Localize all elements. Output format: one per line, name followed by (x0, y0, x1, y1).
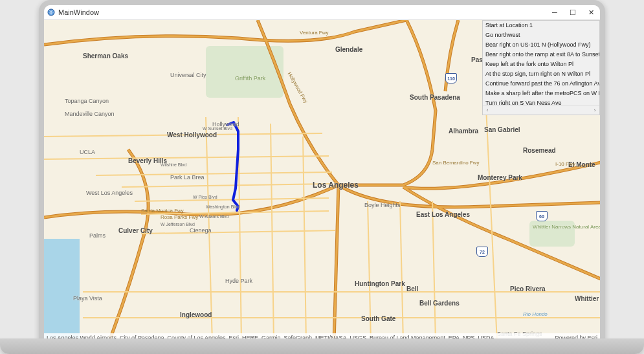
label-wilshire: Wilshire Blvd (161, 162, 186, 167)
label-monterey-park: Monterey Park (478, 174, 522, 181)
label-mandeville: Mandeville Canyon (65, 111, 115, 117)
direction-step[interactable]: Keep left at the fork onto Wilton Pl (483, 60, 599, 69)
label-ventura-fwy: Ventura Fwy (300, 30, 328, 36)
direction-step[interactable]: Continue forward past the 76 on Arlingto… (483, 79, 599, 89)
app-icon (47, 8, 56, 17)
label-east-la: East Los Angeles (416, 211, 470, 218)
label-south-pasadena: South Pasadena (410, 94, 460, 101)
label-bell: Bell (406, 285, 418, 293)
label-sherman-oaks: Sherman Oaks (83, 52, 128, 60)
label-sanbernardino-fwy: San Bernardino Fwy (432, 160, 479, 166)
label-riohondo: Rio Hondo (523, 311, 548, 317)
directions-list[interactable]: Start at Location 1 Go northwest Bear ri… (483, 21, 599, 105)
direction-step[interactable]: Start at Location 1 (483, 21, 599, 30)
maximize-button[interactable]: ☐ (564, 5, 582, 19)
label-pico-rivera: Pico Rivera (510, 285, 545, 293)
scrollbar-track[interactable] (492, 105, 590, 115)
shield-72: 72 (476, 247, 488, 257)
label-pico: W Pico Blvd (193, 195, 217, 199)
directions-panel: Start at Location 1 Go northwest Bear ri… (482, 20, 600, 115)
window-chrome: MainWindow ─ ☐ ✕ (44, 5, 600, 342)
label-cienega: Cienega (190, 227, 212, 234)
label-rosaparks-fwy: Rosa Parks Fwy (161, 214, 198, 220)
direction-step[interactable]: Make a sharp left after the metroPCS on … (483, 89, 599, 98)
laptop-frame: MainWindow ─ ☐ ✕ (39, 0, 605, 342)
label-ucla: UCLA (80, 149, 95, 155)
label-west-la: West Los Angeles (86, 190, 133, 196)
shield-60: 60 (536, 211, 548, 221)
label-glendale: Glendale (335, 46, 362, 53)
label-huntington-park: Huntington Park (355, 280, 405, 287)
direction-step[interactable]: Go northwest (483, 30, 599, 40)
label-whittier: Whittier (575, 295, 599, 302)
label-whittier-narrows: Whittier Narrows Natural Area (533, 224, 600, 230)
label-bell-gardens: Bell Gardens (419, 300, 460, 307)
direction-step[interactable]: Bear right on US-101 N (Hollywood Fwy) (483, 40, 599, 50)
label-sunset: W Sunset Blvd (203, 126, 232, 131)
label-santamonica-fwy: Santa Monica Fwy (141, 208, 184, 214)
horizontal-scrollbar[interactable]: ‹ › (483, 105, 599, 115)
label-rosemead: Rosemead (523, 147, 556, 154)
scroll-left-icon[interactable]: ‹ (483, 105, 492, 115)
label-topanga: Topanga Canyon (65, 98, 109, 104)
shield-110: 110 (445, 73, 457, 83)
minimize-button[interactable]: ─ (546, 5, 564, 19)
titlebar: MainWindow ─ ☐ ✕ (44, 5, 600, 20)
label-culver-city: Culver City (118, 227, 153, 234)
direction-step[interactable]: Bear right onto the ramp at exit 8A to S… (483, 50, 599, 60)
label-palms: Palms (89, 232, 105, 239)
label-playa-vista: Playa Vista (73, 295, 102, 302)
label-jefferson: W Jefferson Blvd (161, 222, 195, 227)
label-griffith: Griffith Park (235, 75, 265, 82)
label-i10: I-10 Fwy (555, 161, 575, 167)
label-west-hollywood: West Hollywood (167, 131, 217, 138)
close-button[interactable]: ✕ (582, 5, 600, 19)
scroll-right-icon[interactable]: › (590, 105, 599, 115)
window-title: MainWindow (58, 8, 99, 16)
laptop-base (0, 338, 644, 354)
label-washington: Washington Blvd (206, 205, 239, 209)
label-park-la-brea: Park La Brea (170, 174, 205, 181)
label-hyde-park: Hyde Park (225, 278, 252, 284)
direction-step[interactable]: Turn right on S Van Ness Ave (483, 98, 599, 105)
map-view[interactable]: Glendale Los Angeles West Hollywood Holl… (44, 20, 600, 342)
label-alhambra: Alhambra (449, 127, 478, 135)
label-los-angeles: Los Angeles (313, 181, 359, 190)
label-universal-city: Universal City (170, 72, 206, 78)
label-south-gate: South Gate (361, 315, 395, 322)
label-san-gabriel: San Gabriel (484, 126, 520, 133)
direction-step[interactable]: At the stop sign, turn right on N Wilton… (483, 69, 599, 79)
label-inglewood: Inglewood (180, 311, 212, 318)
label-adams: W Adams Blvd (199, 214, 229, 219)
label-boyle-heights: Boyle Heights (364, 202, 401, 208)
